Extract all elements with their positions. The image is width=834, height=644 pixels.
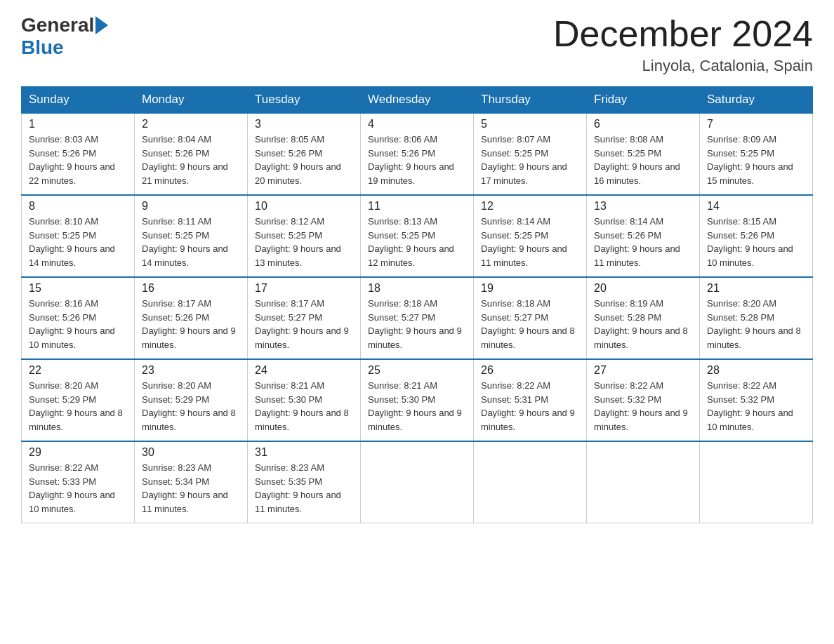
location-title: Linyola, Catalonia, Spain — [553, 57, 813, 75]
day-info: Sunrise: 8:19 AMSunset: 5:28 PMDaylight:… — [594, 297, 692, 351]
calendar-cell: 16Sunrise: 8:17 AMSunset: 5:26 PMDayligh… — [135, 277, 248, 359]
day-info: Sunrise: 8:17 AMSunset: 5:27 PMDaylight:… — [255, 297, 353, 351]
day-info: Sunrise: 8:23 AMSunset: 5:35 PMDaylight:… — [255, 461, 353, 516]
day-number: 25 — [368, 364, 466, 377]
day-info: Sunrise: 8:13 AMSunset: 5:25 PMDaylight:… — [368, 215, 466, 269]
calendar-cell: 23Sunrise: 8:20 AMSunset: 5:29 PMDayligh… — [135, 359, 248, 441]
weekday-header-tuesday: Tuesday — [248, 87, 361, 114]
day-info: Sunrise: 8:21 AMSunset: 5:30 PMDaylight:… — [255, 379, 353, 434]
day-number: 11 — [368, 200, 466, 213]
day-info: Sunrise: 8:03 AMSunset: 5:26 PMDaylight:… — [29, 133, 127, 187]
day-number: 5 — [481, 118, 579, 130]
calendar-cell — [587, 441, 700, 523]
day-number: 22 — [29, 364, 127, 377]
weekday-header-monday: Monday — [135, 87, 248, 114]
day-number: 6 — [594, 118, 692, 130]
day-number: 4 — [368, 118, 466, 130]
day-number: 13 — [594, 200, 692, 213]
calendar-cell: 13Sunrise: 8:14 AMSunset: 5:26 PMDayligh… — [587, 195, 700, 277]
day-info: Sunrise: 8:20 AMSunset: 5:29 PMDaylight:… — [142, 379, 240, 434]
day-info: Sunrise: 8:11 AMSunset: 5:25 PMDaylight:… — [142, 215, 240, 269]
weekday-header-sunday: Sunday — [22, 87, 135, 114]
day-info: Sunrise: 8:07 AMSunset: 5:25 PMDaylight:… — [481, 133, 579, 187]
day-info: Sunrise: 8:06 AMSunset: 5:26 PMDaylight:… — [368, 133, 466, 187]
calendar-week-row: 22Sunrise: 8:20 AMSunset: 5:29 PMDayligh… — [22, 359, 813, 441]
day-number: 17 — [255, 282, 353, 295]
calendar-cell: 5Sunrise: 8:07 AMSunset: 5:25 PMDaylight… — [474, 113, 587, 195]
day-info: Sunrise: 8:05 AMSunset: 5:26 PMDaylight:… — [255, 133, 353, 187]
day-info: Sunrise: 8:22 AMSunset: 5:31 PMDaylight:… — [481, 379, 579, 434]
calendar-cell: 15Sunrise: 8:16 AMSunset: 5:26 PMDayligh… — [22, 277, 135, 359]
day-info: Sunrise: 8:18 AMSunset: 5:27 PMDaylight:… — [368, 297, 466, 351]
day-number: 9 — [142, 200, 240, 213]
logo: General Blue — [21, 14, 108, 59]
day-info: Sunrise: 8:22 AMSunset: 5:32 PMDaylight:… — [707, 379, 805, 434]
day-number: 29 — [29, 446, 127, 459]
day-number: 24 — [255, 364, 353, 377]
calendar-cell: 25Sunrise: 8:21 AMSunset: 5:30 PMDayligh… — [361, 359, 474, 441]
day-info: Sunrise: 8:08 AMSunset: 5:25 PMDaylight:… — [594, 133, 692, 187]
day-number: 8 — [29, 200, 127, 213]
calendar-cell: 27Sunrise: 8:22 AMSunset: 5:32 PMDayligh… — [587, 359, 700, 441]
calendar-cell: 2Sunrise: 8:04 AMSunset: 5:26 PMDaylight… — [135, 113, 248, 195]
calendar-week-row: 8Sunrise: 8:10 AMSunset: 5:25 PMDaylight… — [22, 195, 813, 277]
day-info: Sunrise: 8:18 AMSunset: 5:27 PMDaylight:… — [481, 297, 579, 351]
day-info: Sunrise: 8:12 AMSunset: 5:25 PMDaylight:… — [255, 215, 353, 269]
calendar-cell: 18Sunrise: 8:18 AMSunset: 5:27 PMDayligh… — [361, 277, 474, 359]
day-number: 14 — [707, 200, 805, 213]
day-number: 18 — [368, 282, 466, 295]
day-info: Sunrise: 8:21 AMSunset: 5:30 PMDaylight:… — [368, 379, 466, 434]
logo-general-text: General — [21, 14, 94, 36]
day-number: 19 — [481, 282, 579, 295]
calendar-cell — [700, 441, 813, 523]
day-number: 7 — [707, 118, 805, 130]
calendar-cell: 14Sunrise: 8:15 AMSunset: 5:26 PMDayligh… — [700, 195, 813, 277]
day-number: 27 — [594, 364, 692, 377]
calendar-cell — [361, 441, 474, 523]
day-number: 16 — [142, 282, 240, 295]
calendar-cell: 8Sunrise: 8:10 AMSunset: 5:25 PMDaylight… — [22, 195, 135, 277]
calendar-cell: 9Sunrise: 8:11 AMSunset: 5:25 PMDaylight… — [135, 195, 248, 277]
weekday-header-thursday: Thursday — [474, 87, 587, 114]
calendar-week-row: 1Sunrise: 8:03 AMSunset: 5:26 PMDaylight… — [22, 113, 813, 195]
day-info: Sunrise: 8:09 AMSunset: 5:25 PMDaylight:… — [707, 133, 805, 187]
day-number: 26 — [481, 364, 579, 377]
calendar-cell: 28Sunrise: 8:22 AMSunset: 5:32 PMDayligh… — [700, 359, 813, 441]
day-number: 21 — [707, 282, 805, 295]
calendar-cell: 10Sunrise: 8:12 AMSunset: 5:25 PMDayligh… — [248, 195, 361, 277]
calendar-cell: 1Sunrise: 8:03 AMSunset: 5:26 PMDaylight… — [22, 113, 135, 195]
calendar-cell: 17Sunrise: 8:17 AMSunset: 5:27 PMDayligh… — [248, 277, 361, 359]
day-number: 30 — [142, 446, 240, 459]
calendar-table: SundayMondayTuesdayWednesdayThursdayFrid… — [21, 86, 813, 523]
weekday-header-wednesday: Wednesday — [361, 87, 474, 114]
calendar-header-row: SundayMondayTuesdayWednesdayThursdayFrid… — [22, 87, 813, 114]
calendar-week-row: 29Sunrise: 8:22 AMSunset: 5:33 PMDayligh… — [22, 441, 813, 523]
calendar-cell: 30Sunrise: 8:23 AMSunset: 5:34 PMDayligh… — [135, 441, 248, 523]
day-info: Sunrise: 8:04 AMSunset: 5:26 PMDaylight:… — [142, 133, 240, 187]
title-block: December 2024 Linyola, Catalonia, Spain — [553, 14, 813, 75]
day-number: 31 — [255, 446, 353, 459]
calendar-cell: 12Sunrise: 8:14 AMSunset: 5:25 PMDayligh… — [474, 195, 587, 277]
day-info: Sunrise: 8:23 AMSunset: 5:34 PMDaylight:… — [142, 461, 240, 516]
day-info: Sunrise: 8:15 AMSunset: 5:26 PMDaylight:… — [707, 215, 805, 269]
day-number: 2 — [142, 118, 240, 130]
day-number: 15 — [29, 282, 127, 295]
day-number: 20 — [594, 282, 692, 295]
calendar-cell: 20Sunrise: 8:19 AMSunset: 5:28 PMDayligh… — [587, 277, 700, 359]
day-info: Sunrise: 8:20 AMSunset: 5:29 PMDaylight:… — [29, 379, 127, 434]
day-info: Sunrise: 8:17 AMSunset: 5:26 PMDaylight:… — [142, 297, 240, 351]
page-header: General Blue December 2024 Linyola, Cata… — [21, 14, 813, 75]
calendar-cell: 24Sunrise: 8:21 AMSunset: 5:30 PMDayligh… — [248, 359, 361, 441]
day-info: Sunrise: 8:22 AMSunset: 5:32 PMDaylight:… — [594, 379, 692, 434]
day-info: Sunrise: 8:22 AMSunset: 5:33 PMDaylight:… — [29, 461, 127, 516]
day-number: 1 — [29, 118, 127, 130]
logo-blue-text: Blue — [21, 36, 64, 59]
day-info: Sunrise: 8:20 AMSunset: 5:28 PMDaylight:… — [707, 297, 805, 351]
day-number: 23 — [142, 364, 240, 377]
calendar-cell — [474, 441, 587, 523]
day-number: 12 — [481, 200, 579, 213]
day-info: Sunrise: 8:10 AMSunset: 5:25 PMDaylight:… — [29, 215, 127, 269]
day-info: Sunrise: 8:14 AMSunset: 5:26 PMDaylight:… — [594, 215, 692, 269]
day-number: 10 — [255, 200, 353, 213]
logo-arrow-icon — [95, 16, 108, 34]
